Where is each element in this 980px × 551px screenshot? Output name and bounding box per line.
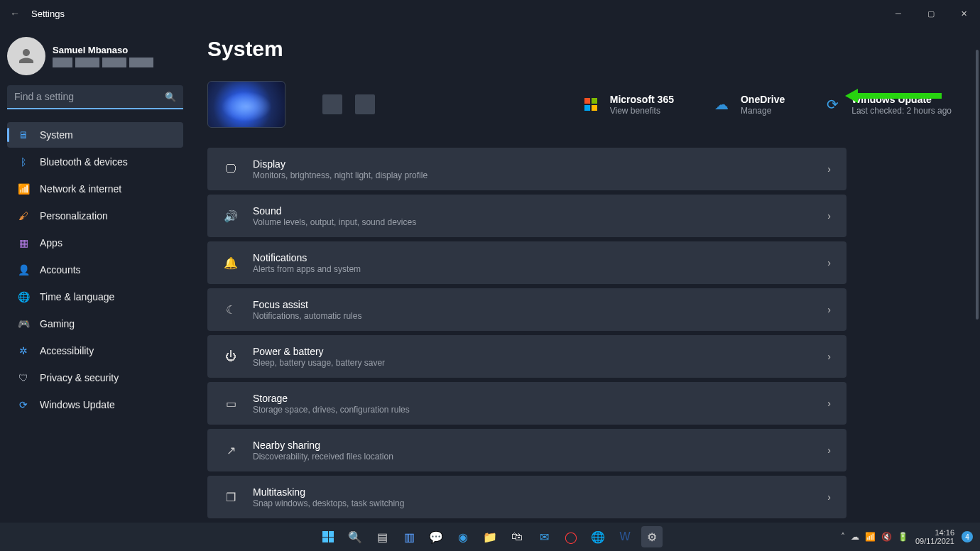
onedrive-title: OneDrive — [741, 94, 785, 105]
windows-update-icon: ⟳ — [822, 94, 843, 115]
sidebar-item-gaming[interactable]: 🎮Gaming — [7, 311, 183, 337]
chevron-right-icon: › — [827, 210, 831, 222]
network-internet-icon: 📶 — [17, 182, 30, 195]
chevron-right-icon: › — [827, 398, 831, 409]
search-icon: 🔍 — [165, 92, 176, 102]
settings-row-focus-assist[interactable]: ☾Focus assistNotifications, automatic ru… — [207, 288, 846, 331]
account-header[interactable]: Samuel Mbanaso — [7, 37, 183, 75]
row-title: Notifications — [253, 252, 813, 263]
task-view-icon[interactable]: ▤ — [371, 526, 393, 547]
apps-icon: ▦ — [17, 236, 30, 249]
settings-row-display[interactable]: 🖵DisplayMonitors, brightness, night ligh… — [207, 148, 846, 190]
sidebar-item-accounts[interactable]: 👤Accounts — [7, 257, 183, 283]
sidebar-item-label: Accessibility — [40, 345, 94, 356]
time: 14:16 — [915, 528, 954, 537]
sidebar: Samuel Mbanaso 🔍 🖥SystemᛒBluetooth & dev… — [0, 27, 190, 523]
clock[interactable]: 14:16 09/11/2021 — [915, 528, 954, 545]
sidebar-item-time-language[interactable]: 🌐Time & language — [7, 284, 183, 310]
chevron-right-icon: › — [827, 444, 831, 456]
bluetooth-devices-icon: ᛒ — [17, 156, 30, 168]
sidebar-item-label: Gaming — [40, 318, 75, 329]
taskbar-search-icon[interactable]: 🔍 — [344, 526, 366, 547]
scrollbar[interactable] — [976, 50, 979, 320]
row-title: Nearby sharing — [253, 440, 813, 451]
row-subtitle: Alerts from apps and system — [253, 264, 813, 274]
row-subtitle: Storage space, drives, configuration rul… — [253, 405, 813, 415]
mail-icon[interactable]: ✉ — [533, 526, 555, 547]
nearby-sharing-icon: ↗ — [223, 444, 239, 457]
sidebar-item-bluetooth-devices[interactable]: ᛒBluetooth & devices — [7, 149, 183, 175]
windows-update-icon: ⟳ — [17, 398, 30, 411]
onedrive-sub: Manage — [741, 106, 785, 116]
settings-row-power-battery[interactable]: ⏻Power & batterySleep, battery usage, ba… — [207, 335, 846, 378]
rename-button-placeholder[interactable] — [355, 94, 375, 114]
minimize-button[interactable]: ─ — [882, 4, 915, 23]
power-battery-icon: ⏻ — [223, 350, 239, 363]
chrome-icon[interactable]: 🌐 — [587, 526, 609, 547]
sidebar-item-label: Accounts — [40, 264, 81, 276]
user-name: Samuel Mbanaso — [53, 45, 153, 55]
focus-assist-icon: ☾ — [223, 303, 239, 317]
multitasking-icon: ❐ — [223, 491, 239, 504]
row-title: Storage — [253, 393, 813, 404]
sidebar-item-system[interactable]: 🖥System — [7, 122, 183, 148]
settings-row-notifications[interactable]: 🔔NotificationsAlerts from apps and syste… — [207, 241, 846, 284]
tray-onedrive-icon[interactable]: ☁ — [851, 532, 859, 542]
chevron-right-icon: › — [827, 351, 831, 362]
sidebar-item-network-internet[interactable]: 📶Network & internet — [7, 176, 183, 202]
sidebar-item-personalization[interactable]: 🖌Personalization — [7, 203, 183, 229]
widgets-icon[interactable]: ▥ — [398, 526, 420, 547]
row-subtitle: Discoverability, received files location — [253, 452, 813, 462]
settings-row-multitasking[interactable]: ❐MultitaskingSnap windows, desktops, tas… — [207, 476, 846, 518]
opera-icon[interactable]: ◯ — [560, 526, 582, 547]
chat-icon[interactable]: 💬 — [425, 526, 447, 547]
tray-chevron-up-icon[interactable]: ˄ — [841, 532, 845, 542]
close-button[interactable]: ✕ — [947, 4, 980, 23]
word-icon[interactable]: W — [614, 526, 636, 547]
svg-marker-0 — [845, 89, 942, 103]
settings-row-storage[interactable]: ▭StorageStorage space, drives, configura… — [207, 382, 846, 425]
onedrive-card[interactable]: ☁ OneDrive Manage — [711, 94, 785, 116]
sidebar-item-label: Privacy & security — [40, 372, 119, 383]
back-button[interactable]: ← — [10, 8, 20, 19]
search-box[interactable]: 🔍 — [7, 85, 183, 109]
settings-row-nearby-sharing[interactable]: ↗Nearby sharingDiscoverability, received… — [207, 429, 846, 471]
start-button[interactable] — [317, 526, 339, 547]
annotation-arrow — [845, 87, 944, 109]
tray-battery-icon[interactable]: 🔋 — [898, 532, 908, 542]
chevron-right-icon: › — [827, 491, 831, 503]
system-icon: 🖥 — [17, 129, 30, 141]
sidebar-item-label: System — [40, 129, 73, 141]
row-subtitle: Snap windows, desktops, task switching — [253, 498, 813, 508]
user-email-redacted — [53, 58, 153, 67]
maximize-button[interactable]: ▢ — [915, 4, 947, 23]
sidebar-item-privacy-security[interactable]: 🛡Privacy & security — [7, 365, 183, 391]
row-title: Multitasking — [253, 486, 813, 498]
edge-icon[interactable]: ◉ — [452, 526, 474, 547]
personalization-icon: 🖌 — [17, 209, 30, 222]
accounts-icon: 👤 — [17, 263, 30, 276]
store-icon[interactable]: 🛍 — [506, 526, 528, 547]
gaming-icon: 🎮 — [17, 317, 30, 330]
file-explorer-icon[interactable]: 📁 — [479, 526, 501, 547]
sound-icon: 🔊 — [223, 209, 239, 223]
sidebar-item-label: Bluetooth & devices — [40, 156, 128, 168]
hero-row: Microsoft 365 View benefits ☁ OneDrive M… — [207, 81, 952, 128]
time-language-icon: 🌐 — [17, 290, 30, 303]
row-title: Power & battery — [253, 346, 813, 357]
settings-row-sound[interactable]: 🔊SoundVolume levels, output, input, soun… — [207, 195, 846, 237]
date: 09/11/2021 — [915, 537, 954, 545]
sidebar-item-apps[interactable]: ▦Apps — [7, 230, 183, 256]
tray-wifi-icon[interactable]: 📶 — [865, 532, 876, 542]
chevron-right-icon: › — [827, 257, 831, 268]
ms365-card[interactable]: Microsoft 365 View benefits — [580, 94, 674, 116]
sidebar-item-accessibility[interactable]: ✲Accessibility — [7, 338, 183, 364]
search-input[interactable] — [7, 85, 183, 109]
notification-badge[interactable]: 4 — [962, 531, 973, 542]
tray-volume-icon[interactable]: 🔇 — [881, 532, 892, 542]
row-subtitle: Sleep, battery usage, battery saver — [253, 358, 813, 368]
sidebar-item-windows-update[interactable]: ⟳Windows Update — [7, 392, 183, 418]
settings-taskbar-icon[interactable]: ⚙ — [641, 526, 663, 547]
desktop-preview[interactable] — [207, 81, 285, 128]
titlebar: ← Settings ─ ▢ ✕ — [0, 0, 980, 27]
